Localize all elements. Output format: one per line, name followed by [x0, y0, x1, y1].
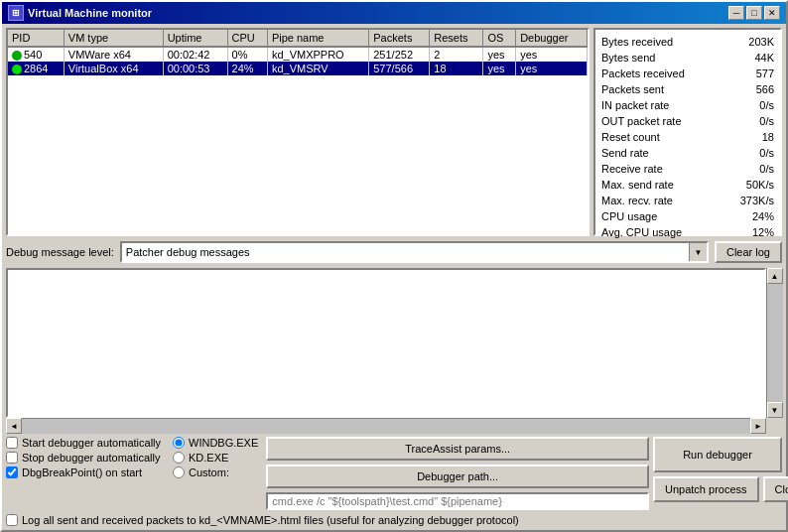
checkbox-row-2: Stop debugger automatically [6, 452, 165, 464]
custom-radio[interactable] [173, 466, 185, 478]
windbg-label: WINDBG.EXE [189, 437, 258, 449]
radios-col: WINDBG.EXE KD.EXE Custom: [173, 437, 258, 510]
debug-level-row: Debug message level: Patcher debug messa… [6, 239, 782, 265]
scroll-down-button[interactable]: ▼ [767, 402, 783, 418]
vm-table-panel: PID VM type Uptime CPU Pipe name Packets… [6, 28, 590, 236]
windbg-radio[interactable] [173, 437, 185, 449]
maximize-button[interactable]: □ [746, 6, 762, 20]
stat-label: Send rate [601, 145, 649, 161]
start-debugger-checkbox[interactable] [6, 437, 18, 449]
stat-label: Max. send rate [601, 177, 674, 193]
h-scroll-right-button[interactable]: ► [750, 418, 766, 434]
stat-label: IN packet rate [601, 97, 669, 113]
stat-row: CPU usage24% [601, 208, 774, 224]
stat-row: OUT packet rate0/s [601, 113, 774, 129]
stat-label: Bytes received [601, 34, 673, 50]
stat-label: Avg. CPU usage [601, 224, 682, 240]
stop-debugger-checkbox[interactable] [6, 452, 18, 464]
close-window-button[interactable]: Close [763, 476, 788, 502]
status-dot-icon [12, 51, 22, 61]
scroll-track[interactable] [767, 284, 783, 402]
kd-label: KD.EXE [189, 452, 228, 464]
col-os[interactable]: OS [483, 30, 516, 47]
dbg-breakpoint-label: DbgBreakPoint() on start [22, 466, 142, 478]
custom-label: Custom: [189, 466, 229, 478]
dbg-breakpoint-checkbox[interactable] [6, 466, 18, 478]
stat-label: Bytes send [601, 50, 655, 66]
col-cpu[interactable]: CPU [227, 30, 267, 47]
table-header-row: PID VM type Uptime CPU Pipe name Packets… [8, 30, 588, 47]
stat-row: Packets sent566 [601, 81, 774, 97]
trace-assist-button[interactable]: TraceAssist params... [266, 437, 649, 461]
h-scrollbar-row: ◄ ► [6, 418, 782, 434]
stat-row: Receive rate0/s [601, 161, 774, 177]
table-row[interactable]: 2864VirtualBox x6400:00:5324%kd_VMSRV577… [8, 62, 588, 75]
clear-log-button[interactable]: Clear log [715, 241, 782, 263]
col-pipe-name[interactable]: Pipe name [267, 30, 368, 47]
stat-row: Bytes send44K [601, 50, 774, 66]
custom-cmd-input[interactable] [266, 492, 649, 510]
log-area-wrapper: ▲ ▼ [6, 268, 782, 418]
stat-value: 44K [754, 50, 774, 66]
stat-value: 50K/s [746, 177, 774, 193]
checkbox-row-3: DbgBreakPoint() on start [6, 466, 165, 478]
h-scroll-left-button[interactable]: ◄ [6, 418, 22, 434]
stat-row: Packets received577 [601, 66, 774, 81]
window-content: PID VM type Uptime CPU Pipe name Packets… [2, 24, 786, 530]
three-cols: Start debugger automatically Stop debugg… [6, 437, 649, 510]
title-bar: ⊞ Virtual Machine monitor ─ □ ✕ [2, 2, 786, 24]
window-title: Virtual Machine monitor [28, 7, 152, 19]
bottom-action-btns: Unpatch process Close [653, 476, 782, 502]
stat-value: 0/s [759, 97, 774, 113]
log-scrollbar: ▲ ▼ [766, 268, 782, 418]
stat-label: Packets received [601, 66, 685, 81]
title-bar-buttons: ─ □ ✕ [728, 6, 780, 20]
run-debugger-button[interactable]: Run debugger [653, 437, 782, 472]
log-packets-checkbox[interactable] [6, 514, 18, 526]
scroll-up-button[interactable]: ▲ [767, 268, 783, 284]
h-scroll-track[interactable] [22, 418, 750, 434]
radio-row-2: KD.EXE [173, 452, 258, 464]
stat-label: Packets sent [601, 81, 664, 97]
log-packets-row: Log all sent and received packets to kd_… [6, 514, 649, 526]
col-pid[interactable]: PID [8, 30, 64, 47]
unpatch-process-button[interactable]: Unpatch process [653, 476, 759, 502]
stats-panel: Bytes received203KBytes send44KPackets r… [593, 28, 782, 236]
stat-value: 566 [756, 81, 774, 97]
stat-row: Send rate0/s [601, 145, 774, 161]
app-icon: ⊞ [8, 5, 24, 21]
stat-label: Max. recv. rate [601, 193, 673, 208]
bottom-right: Run debugger Unpatch process Close [653, 437, 782, 526]
main-window: ⊞ Virtual Machine monitor ─ □ ✕ PID VM t… [0, 0, 788, 532]
controls-left: Start debugger automatically Stop debugg… [6, 437, 649, 526]
stat-value: 0/s [759, 113, 774, 129]
col-resets[interactable]: Resets [430, 30, 483, 47]
debugger-path-button[interactable]: Debugger path... [266, 465, 649, 488]
col-packets[interactable]: Packets [369, 30, 430, 47]
table-row[interactable]: 540VMWare x6400:02:420%kd_VMXPPRO251/252… [8, 47, 588, 62]
combo-value: Patcher debug messages [126, 246, 250, 258]
stat-row: Avg. CPU usage12% [601, 224, 774, 240]
log-area[interactable] [6, 268, 766, 418]
close-button[interactable]: ✕ [764, 6, 780, 20]
col-uptime[interactable]: Uptime [163, 30, 227, 47]
debug-level-combo[interactable]: Patcher debug messages ▼ [120, 241, 709, 263]
minimize-button[interactable]: ─ [728, 6, 744, 20]
stat-value: 24% [752, 208, 774, 224]
stat-row: Reset count18 [601, 129, 774, 145]
combo-arrow-icon[interactable]: ▼ [689, 243, 707, 261]
stat-row: Bytes received203K [601, 34, 774, 50]
stat-row: IN packet rate0/s [601, 97, 774, 113]
stat-value: 0/s [759, 145, 774, 161]
col-debugger[interactable]: Debugger [516, 30, 588, 47]
title-bar-left: ⊞ Virtual Machine monitor [8, 5, 152, 21]
stat-value: 577 [756, 66, 774, 81]
log-container: ▲ ▼ ◄ ► [6, 268, 782, 434]
stop-debugger-label: Stop debugger automatically [22, 452, 160, 464]
log-packets-label: Log all sent and received packets to kd_… [22, 514, 519, 526]
col-vm-type[interactable]: VM type [64, 30, 163, 47]
stat-row: Max. recv. rate373K/s [601, 193, 774, 208]
stat-value: 18 [762, 129, 774, 145]
bottom-area: Start debugger automatically Stop debugg… [6, 437, 782, 526]
kd-radio[interactable] [173, 452, 185, 464]
